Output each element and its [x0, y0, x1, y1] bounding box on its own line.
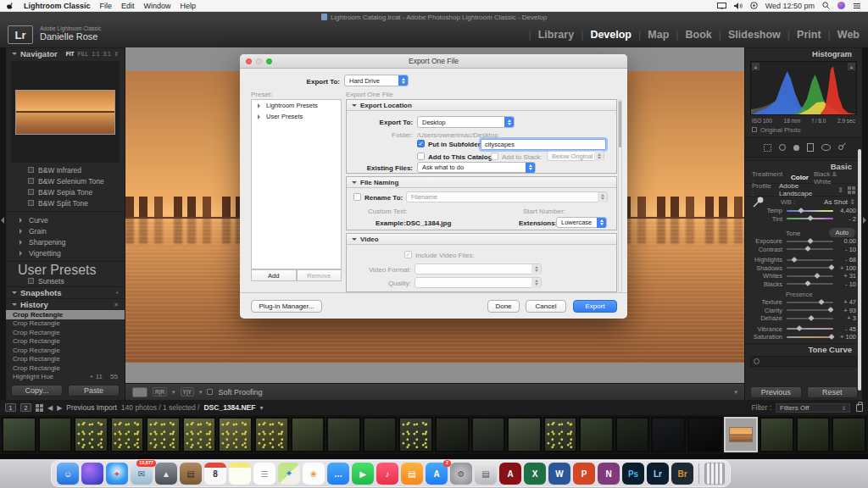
put-in-subfolder-checkbox[interactable]: ✓: [417, 140, 425, 147]
menu-app-name[interactable]: Lightroom Classic: [24, 2, 91, 10]
main-monitor-button[interactable]: 1: [5, 403, 16, 412]
slider-thumb[interactable]: [815, 273, 821, 279]
dialog-scrollbar[interactable]: [618, 99, 622, 292]
compare-view-icon[interactable]: R|R: [153, 387, 167, 396]
dock-app-reminders[interactable]: ☰: [253, 463, 275, 485]
dock-trash-icon[interactable]: [704, 463, 725, 485]
filmstrip-thumbnail[interactable]: [832, 417, 866, 452]
slider-track[interactable]: [787, 275, 833, 277]
chevron-down-icon[interactable]: ▾: [199, 389, 203, 396]
profile-browser-icon[interactable]: [848, 186, 855, 194]
slider-track[interactable]: [787, 248, 833, 250]
history-item[interactable]: Crop Rectangle: [6, 355, 125, 364]
filmstrip-thumbnail[interactable]: [615, 417, 650, 452]
done-button[interactable]: Done: [487, 300, 520, 313]
radial-filter-tool-icon[interactable]: [821, 144, 831, 151]
module-tab[interactable]: Library: [521, 29, 574, 41]
soft-proofing-checkbox[interactable]: [207, 389, 213, 395]
navigator-header[interactable]: Navigator FIT FILL 1:1 3:1 ⇕: [6, 47, 125, 59]
filmstrip-thumbnail[interactable]: [254, 417, 289, 452]
apple-menu-icon[interactable]: [7, 2, 14, 10]
dock-app-siri[interactable]: [81, 463, 103, 485]
wb-stepper-icon[interactable]: ⇕: [848, 198, 855, 206]
graduated-filter-tool-icon[interactable]: [807, 143, 814, 152]
histogram[interactable]: ▲ ▲: [750, 61, 857, 115]
fan-menu-icon[interactable]: [750, 2, 758, 9]
dock-app-mail[interactable]: ✉ 12,877: [131, 463, 153, 485]
dock-app-app-store[interactable]: A 2: [426, 463, 448, 485]
video-header[interactable]: Video: [347, 234, 616, 245]
export-button[interactable]: Export: [573, 300, 617, 313]
dock-app-messages[interactable]: …: [327, 463, 349, 485]
previous-button[interactable]: Previous: [750, 386, 802, 398]
dock-app-printer[interactable]: ▤: [475, 463, 497, 485]
toolbar-options-chevron-icon[interactable]: ▾: [734, 389, 737, 396]
preset-item[interactable]: B&W Selenium Tone: [6, 175, 125, 186]
slider-thumb[interactable]: [798, 208, 804, 214]
add-preset-button[interactable]: Add: [251, 269, 297, 281]
history-header[interactable]: History ✕: [6, 298, 125, 310]
export-dialog-titlebar[interactable]: Export One File: [240, 54, 627, 69]
module-tab[interactable]: Map: [632, 29, 669, 41]
slider-track[interactable]: [787, 309, 833, 311]
history-item[interactable]: Crop Rectangle: [6, 328, 125, 337]
paste-button[interactable]: Paste: [68, 385, 120, 396]
filmstrip-thumbnail[interactable]: [182, 417, 217, 452]
right-panel-collapse-strip[interactable]: [862, 47, 868, 400]
filmstrip-thumbnail[interactable]: [471, 417, 506, 452]
filmstrip-thumbnail[interactable]: [110, 417, 145, 452]
navigator-thumbnail[interactable]: [15, 90, 115, 135]
spotlight-search-icon[interactable]: [822, 2, 830, 9]
slider-thumb[interactable]: [808, 315, 814, 321]
module-tab[interactable]: Web: [821, 29, 860, 41]
filmstrip-source[interactable]: Previous Import: [66, 403, 117, 412]
menubar-clock[interactable]: Wed 12:50 pm: [765, 2, 815, 10]
menu-help[interactable]: Help: [181, 2, 197, 10]
dock-app-facetime[interactable]: ▶: [352, 463, 374, 485]
profile-value[interactable]: Adobe Landscape: [779, 182, 833, 197]
filmstrip-thumbnail[interactable]: [38, 417, 73, 452]
profile-stepper-icon[interactable]: ⇕: [837, 186, 843, 194]
siri-icon[interactable]: [837, 2, 845, 9]
export-location-header[interactable]: Export Location: [347, 100, 616, 111]
slider-track[interactable]: [787, 267, 833, 269]
nav-zoom-stepper-icon[interactable]: ⇕: [114, 51, 119, 58]
filmstrip-thumbnail[interactable]: [398, 417, 433, 452]
filmstrip-thumbnail[interactable]: [543, 417, 578, 452]
history-item[interactable]: Crop Rectangle: [6, 363, 125, 373]
preset-group[interactable]: Sharpening: [6, 236, 125, 247]
slider-thumb[interactable]: [804, 246, 810, 252]
adjustment-brush-tool-icon[interactable]: [838, 145, 843, 150]
snapshot-add-icon[interactable]: +: [115, 290, 119, 296]
history-item[interactable]: Crop Rectangle: [6, 337, 125, 347]
existing-files-select[interactable]: Ask what to do: [417, 162, 536, 173]
dock-app-calendar[interactable]: 8: [204, 463, 226, 485]
dock-app-books[interactable]: ▤: [401, 463, 423, 485]
reset-button[interactable]: Reset: [807, 386, 859, 398]
file-naming-header[interactable]: File Naming: [347, 177, 616, 188]
nav-zoom-1-1[interactable]: 1:1: [92, 51, 99, 57]
filmstrip-thumbnail[interactable]: [579, 417, 614, 452]
close-window-button[interactable]: [246, 58, 252, 64]
filmstrip-thumbnail[interactable]: [724, 417, 759, 452]
dock-app-contacts[interactable]: ▤: [180, 463, 202, 485]
before-after-view-icon[interactable]: Y|Y: [181, 387, 194, 396]
go-back-arrow-icon[interactable]: ◀: [47, 404, 53, 412]
filmstrip-thumbnail[interactable]: [363, 417, 398, 452]
filmstrip-current-file[interactable]: DSC_1384.NEF: [203, 403, 255, 412]
targeted-adjustment-icon[interactable]: [754, 358, 760, 364]
export-to-select[interactable]: Hard Drive: [344, 75, 409, 86]
history-item[interactable]: Highlight Hue + 11 55: [6, 373, 125, 382]
dock-app-system-preferences[interactable]: ⚙: [450, 463, 472, 485]
slider-track[interactable]: [787, 336, 833, 338]
nav-zoom-fit[interactable]: FIT: [66, 51, 75, 57]
preset-item[interactable]: B&W Split Tone: [6, 197, 125, 208]
chevron-down-icon[interactable]: ▾: [172, 389, 175, 396]
dock-app-word[interactable]: W: [548, 463, 570, 485]
dock-app-safari[interactable]: ✦: [106, 463, 128, 485]
right-panel-scrollbar[interactable]: [858, 149, 861, 391]
cancel-button[interactable]: Cancel: [526, 300, 566, 313]
dock-app-powerpoint[interactable]: P: [573, 463, 595, 485]
dock-app-lightroom[interactable]: Lr: [647, 463, 669, 485]
highlight-clipping-icon[interactable]: ▲: [848, 63, 855, 70]
